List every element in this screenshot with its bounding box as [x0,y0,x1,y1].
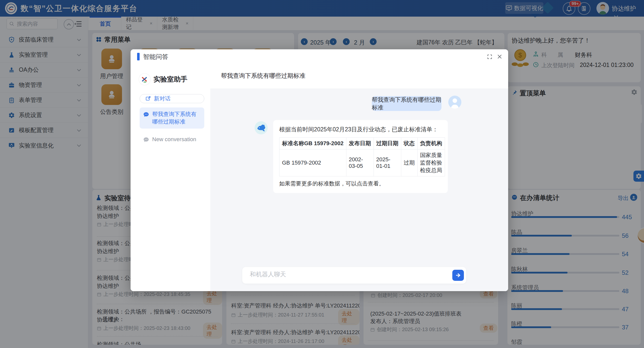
bot-message-bubble: 根据当前时间2025年02月23日及行业动态，已废止标准清单： 标准名称GB 1… [273,120,448,193]
user-message-bubble: 帮我查询下系统有哪些过期标准 [372,96,441,111]
chat-title-bar: 帮我查询下系统有哪些过期标准 [210,64,508,89]
title-accent-bar [137,53,140,60]
conversation-panel: 实验室助手 新对话 帮我查询下系统有哪些过期标准 New conversatio… [131,64,211,291]
smart-qa-modal: 智能问答 实验室助手 新对话 帮我查询下系统有哪些过期标准 [131,49,508,291]
new-chat-button[interactable]: 新对话 [140,94,204,103]
chat-title: 帮我查询下系统有哪些过期标准 [221,72,305,80]
chat-input-bar [242,267,466,284]
standards-table: 标准名称GB 15979-2002 发布日期 过期日期 状态 负责机构 GB 1… [279,137,445,176]
person-icon [448,96,461,109]
table-cell: 国家质量监督检验检疫总局 [417,149,445,176]
chat-bubble-icon [143,137,149,143]
modal-header: 智能问答 [131,49,508,64]
table-header: 标准名称GB 15979-2002 [279,138,346,149]
send-icon [455,272,461,278]
table-header: 状态 [401,138,417,149]
app-screen: 数“智”公卫一体化综合服务平台 数据可视化 99+ 协达维护 [0,0,644,348]
table-header: 发布日期 [346,138,374,149]
table-row: GB 15979-2002 2002-03-05 2025-01-01 过期 国… [279,149,445,176]
modal-title: 智能问答 [143,53,168,61]
send-button[interactable] [452,270,464,281]
conversation-item-active[interactable]: 帮我查询下系统有哪些过期标准 [140,107,204,129]
assistant-logo [139,73,150,85]
assistant-name: 实验室助手 [153,75,187,84]
fullscreen-icon[interactable] [487,54,493,60]
table-cell: 2002-03-05 [346,149,374,176]
table-cell: 2025-01-01 [374,149,401,176]
xiadoo-logo-icon [140,75,149,84]
table-cell: 过期 [401,149,417,176]
bot-footer-text: 如果需要更多的标准数据，可以点击查看。 [279,180,442,187]
chat-bubble-icon [143,111,149,118]
conversation-item[interactable]: New conversation [140,133,204,146]
user-chat-avatar [448,96,461,109]
chat-area: 帮我查询下系统有哪些过期标准 帮我查询下系统有哪些过期标准 根据当前时间2025… [210,64,508,291]
bot-avatar [255,121,268,134]
close-icon[interactable] [497,54,503,60]
messages-region: 帮我查询下系统有哪些过期标准 根据当前时间2025年02月23日及行业动态，已废… [210,89,508,291]
table-cell: GB 15979-2002 [279,149,346,176]
bot-intro-text: 根据当前时间2025年02月23日及行业动态，已废止标准清单： [279,126,442,133]
whale-icon [256,123,266,133]
chat-input[interactable] [249,270,436,278]
table-header: 过期日期 [374,138,401,149]
compose-icon [145,96,151,101]
table-header: 负责机构 [417,138,445,149]
